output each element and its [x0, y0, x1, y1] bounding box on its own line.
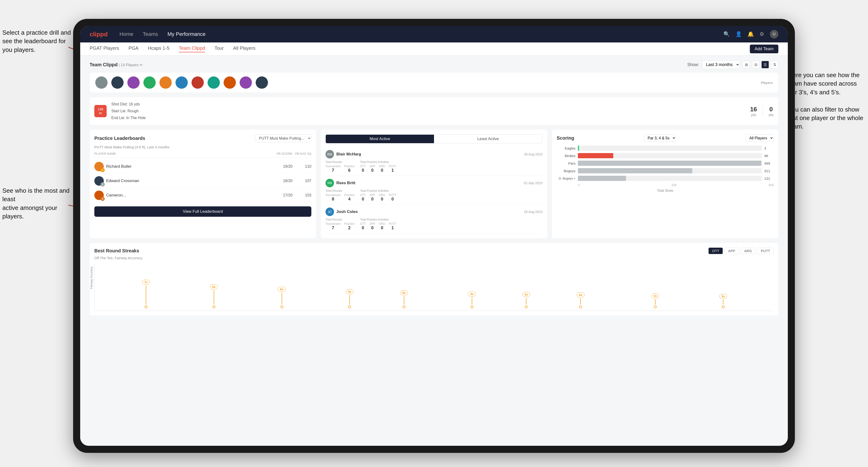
- shot-yards: 16 yds 0 yds: [750, 106, 774, 117]
- search-icon[interactable]: 🔍: [723, 31, 730, 37]
- lb-player-3: 3 Cameron...: [94, 191, 274, 200]
- pa-practice-activities-2: Total Practice Activities OTT 0 APP 0: [360, 189, 396, 201]
- scoring-filter-players[interactable]: All Players: [746, 134, 774, 142]
- lb-avatar-2: 2: [94, 176, 104, 186]
- filter-icon[interactable]: ⇅: [771, 61, 778, 68]
- filter-ott[interactable]: OTT: [709, 248, 723, 254]
- player-avatar-10[interactable]: [240, 76, 252, 89]
- nav-teams[interactable]: Teams: [143, 31, 158, 37]
- user-avatar[interactable]: U: [770, 30, 778, 38]
- scoring-filter-par[interactable]: Par 3, 4 & 5s: [644, 134, 676, 142]
- filter-arg[interactable]: ARG: [741, 248, 755, 254]
- activity-player-3: JC Josh Coles 26 Aug 2023 Total Rounds T…: [326, 205, 542, 234]
- list-icon[interactable]: ☰: [762, 61, 769, 68]
- pa-stats-2: Total Rounds Tournament 8 Practice 4: [326, 189, 542, 201]
- lb-avg-3: 103: [292, 193, 311, 197]
- nav-performance[interactable]: My Performance: [167, 31, 206, 37]
- nav-home[interactable]: Home: [120, 31, 133, 37]
- lb-badge-bronze: 3: [100, 197, 105, 201]
- streaks-filters: OTT APP ARG PUTT: [709, 248, 774, 254]
- lb-avatar-1: 1: [94, 162, 104, 171]
- streak-point-5: 5x: [400, 290, 408, 308]
- lb-row-2: 2 Edward Crossman 18/20 107: [94, 174, 311, 188]
- filter-putt[interactable]: PUTT: [757, 248, 774, 254]
- subnav-pga[interactable]: PGA: [129, 45, 138, 52]
- view-leaderboard-button[interactable]: View Full Leaderboard: [94, 206, 311, 217]
- tab-least-active[interactable]: Least Active: [434, 135, 542, 143]
- pa-name-1: Blair McHarg: [336, 152, 522, 157]
- streaks-subtitle: Off The Tee, Fairway Accuracy: [94, 256, 774, 260]
- add-team-button[interactable]: Add Team: [750, 44, 778, 53]
- view-icons: ⊞ ⊟ ☰ ⇅: [743, 61, 778, 68]
- lb-name-2: Edward Crossman: [106, 179, 139, 183]
- bar-birdies: Birdies 96: [557, 153, 774, 158]
- show-control: Show: Last 3 months ⊞ ⊟ ☰ ⇅: [687, 60, 778, 69]
- team-count: | 14 Players ✏: [119, 63, 143, 67]
- team-title: Team Clippd: [90, 62, 118, 67]
- tab-most-active[interactable]: Most Active: [326, 135, 434, 143]
- player-avatar-4[interactable]: [144, 76, 156, 89]
- player-avatar-2[interactable]: [111, 76, 124, 89]
- pa-avatar-3: JC: [326, 208, 334, 216]
- yard-box-1: 16 yds: [750, 106, 757, 117]
- activity-card: Most Active Least Active BM Blair McHarg…: [321, 130, 547, 238]
- lb-columns-header: PLAYER NAME PB SCORE PB AVG SQ: [94, 152, 311, 158]
- practice-leaderboards-card: Practice Leaderboards PUTT Must Make Put…: [90, 130, 316, 238]
- users-icon[interactable]: 👤: [736, 31, 742, 37]
- drill-select[interactable]: PUTT Must Make Putting...: [255, 134, 311, 142]
- grid-small-icon[interactable]: ⊟: [752, 61, 760, 68]
- scoring-card: Scoring Par 3, 4 & 5s All Players Eagles: [552, 130, 778, 238]
- lb-score-2: 18/20: [274, 179, 292, 183]
- pa-name-2: Rees Britt: [336, 181, 522, 185]
- pa-stats-3: Total Rounds Tournament 7 Practice 2: [326, 218, 542, 230]
- activity-tabs: Most Active Least Active: [326, 134, 542, 144]
- player-avatar-6[interactable]: [176, 76, 188, 89]
- lb-player-2: 2 Edward Crossman: [94, 176, 274, 186]
- streaks-card: Best Round Streaks OTT APP ARG PUTT Off …: [90, 243, 778, 316]
- lb-row-3: 3 Cameron... 17/20 103: [94, 188, 311, 203]
- subnav-tour[interactable]: Tour: [214, 45, 224, 52]
- player-avatar-9[interactable]: [224, 76, 236, 89]
- bar-dbogeys: D. Bogeys + 131: [557, 176, 774, 181]
- grid-large-icon[interactable]: ⊞: [743, 61, 750, 68]
- annotation-bottom-left: See who is the most and leastactive amon…: [2, 186, 73, 221]
- lb-badge-silver: 2: [100, 182, 105, 187]
- player-avatar-1[interactable]: [95, 76, 107, 89]
- streaks-header: Best Round Streaks OTT APP ARG PUTT: [94, 248, 774, 254]
- main-content: Team Clippd | 14 Players ✏ Show: Last 3 …: [80, 56, 788, 446]
- subnav-team-clippd[interactable]: Team Clippd: [179, 45, 205, 52]
- subnav-pgat[interactable]: PGAT Players: [90, 45, 119, 52]
- lb-name-1: Richard Butler: [106, 164, 132, 169]
- yard-divider: [763, 106, 763, 117]
- bell-icon[interactable]: 🔔: [747, 31, 754, 37]
- bar-bogeys: Bogeys 311: [557, 168, 774, 173]
- streak-point-10: 3x: [719, 294, 727, 308]
- player-avatar-5[interactable]: [159, 76, 172, 89]
- scoring-header: Scoring Par 3, 4 & 5s All Players: [557, 134, 774, 142]
- nav-logo: clippd: [90, 31, 108, 38]
- lb-badge-gold: 1: [100, 168, 105, 172]
- pa-date-1: 26 Aug 2023: [524, 152, 542, 156]
- pa-avatar-1: BM: [326, 150, 334, 158]
- col-avg-sq: PB AVG SQ: [292, 152, 311, 155]
- pa-header-3: JC Josh Coles 26 Aug 2023: [326, 208, 542, 216]
- player-avatar-7[interactable]: [191, 76, 204, 89]
- player-avatar-11[interactable]: [256, 76, 268, 89]
- col-pb-score: PB SCORE: [274, 152, 292, 155]
- lb-row-1: 1 Richard Butler 19/20 110: [94, 159, 311, 174]
- streak-point-6: 4x: [468, 291, 475, 308]
- streak-point-7: 4x: [522, 292, 530, 308]
- filter-app[interactable]: APP: [724, 248, 739, 254]
- subnav-all-players[interactable]: All Players: [233, 45, 255, 52]
- subnav-hcaps[interactable]: Hcaps 1-5: [148, 45, 169, 52]
- settings-icon[interactable]: ⚙: [760, 31, 764, 37]
- show-select[interactable]: Last 3 months: [702, 60, 740, 69]
- y-axis-label: Fairway Accuracy: [90, 267, 93, 289]
- pa-header-1: BM Blair McHarg 26 Aug 2023: [326, 150, 542, 158]
- player-avatar-3[interactable]: [127, 76, 140, 89]
- streak-point-2: 6x: [210, 284, 217, 308]
- lb-score-3: 17/20: [274, 193, 292, 197]
- player-avatar-8[interactable]: [208, 76, 220, 89]
- activity-player-2: RB Rees Britt 02 Sep 2023 Total Rounds T…: [326, 176, 542, 205]
- annotation-top-right: Here you can see how theteam have scored…: [788, 71, 863, 131]
